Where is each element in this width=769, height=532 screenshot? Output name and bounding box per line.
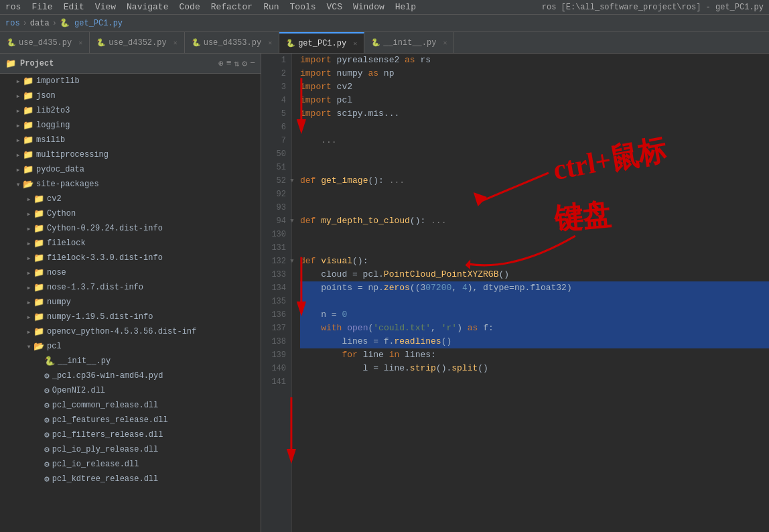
list-item[interactable]: ⚙pcl_io_release.dll: [0, 457, 261, 472]
line-number: 3: [261, 80, 286, 94]
menu-tools[interactable]: Tools: [290, 2, 316, 12]
list-item[interactable]: ▸📁opencv_python-4.5.3.56.dist-inf: [0, 324, 261, 339]
sidebar-icon-collapse[interactable]: ≡: [226, 58, 232, 69]
list-item[interactable]: ▸📁multiprocessing: [0, 147, 261, 162]
list-item[interactable]: ▸📁filelock-3.3.0.dist-info: [0, 251, 261, 265]
fold-marker[interactable]: ▾: [289, 214, 295, 228]
tab-close-3[interactable]: ✕: [353, 40, 357, 48]
list-item[interactable]: ▸📁nose: [0, 265, 261, 280]
code-line: n = 0: [300, 308, 769, 322]
tab-label-1: use_d4352.py: [109, 38, 166, 48]
line-number: 5: [261, 107, 286, 121]
fold-marker[interactable]: ▾: [289, 174, 295, 188]
list-item[interactable]: ▸📁cv2: [0, 192, 261, 206]
list-item[interactable]: ▾📂site-packages: [0, 177, 261, 192]
menu-vcs[interactable]: VCS: [327, 2, 342, 12]
folder-icon-header: 📁: [5, 58, 16, 69]
menu-code[interactable]: Code: [179, 2, 200, 12]
list-item[interactable]: ⚙pcl_kdtree_release.dll: [0, 472, 261, 486]
line-number: 1: [261, 54, 286, 67]
list-item[interactable]: ⚙pcl_io_ply_release.dll: [0, 442, 261, 457]
tabs-bar: 🐍 use_d435.py ✕ 🐍 use_d4352.py ✕ 🐍 use_d…: [0, 32, 769, 54]
code-lines[interactable]: import pyrealsense2 as rsimport numpy as…: [292, 54, 769, 532]
list-item[interactable]: ▸📁filelock: [0, 236, 261, 251]
tab-use-d4353[interactable]: 🐍 use_d4353.py ✕: [185, 32, 279, 53]
breadcrumb-ros[interactable]: ros: [5, 19, 20, 28]
line-number: 139: [261, 348, 286, 362]
line-number: 93: [261, 201, 286, 214]
line-number: 132: [261, 255, 286, 268]
menu-run[interactable]: Run: [263, 2, 279, 12]
sidebar-icon-sort[interactable]: ⇅: [234, 58, 240, 69]
tab-use-d4352[interactable]: 🐍 use_d4352.py ✕: [90, 32, 184, 53]
file-tree[interactable]: ▸📁importlib▸📁json▸📁lib2to3▸📁logging▸📁msi…: [0, 74, 261, 486]
list-item[interactable]: ▸📁numpy-1.19.5.dist-info: [0, 310, 261, 324]
tab-init[interactable]: 🐍 __init__.py ✕: [364, 32, 454, 53]
list-item[interactable]: ▸📁msilib: [0, 133, 261, 147]
sidebar-title: Project: [20, 59, 54, 68]
list-item[interactable]: ▸📁nose-1.3.7.dist-info: [0, 280, 261, 295]
list-item[interactable]: ▸📁json: [0, 88, 261, 103]
title-bar: ros File Edit View Navigate Code Refacto…: [0, 0, 769, 15]
code-line: ▾def my_depth_to_cloud(): ...: [300, 214, 769, 228]
menu-navigate[interactable]: Navigate: [127, 2, 168, 12]
list-item[interactable]: ▸📁pydoc_data: [0, 162, 261, 177]
menu-edit[interactable]: Edit: [64, 2, 84, 12]
code-line: import numpy as np: [300, 67, 769, 80]
tab-close-2[interactable]: ✕: [268, 39, 272, 47]
code-line: [300, 295, 769, 308]
fold-marker[interactable]: ▾: [289, 255, 295, 268]
list-item[interactable]: ⚙OpenNI2.dll: [0, 383, 261, 398]
line-number: 134: [261, 281, 286, 295]
tab-label-3: get_PC1.py: [298, 39, 346, 48]
menu-help[interactable]: Help: [395, 2, 416, 12]
breadcrumb-file[interactable]: 🐍 get_PC1.py: [60, 18, 123, 28]
tab-icon-2: 🐍: [192, 38, 201, 47]
tab-label-4: __init__.py: [383, 38, 436, 48]
list-item[interactable]: ▾📂pcl: [0, 339, 261, 354]
line-number: 133: [261, 268, 286, 281]
breadcrumb-data[interactable]: data: [30, 19, 50, 28]
list-item[interactable]: ▸📁Cython-0.29.24.dist-info: [0, 221, 261, 236]
list-item[interactable]: ⚙pcl_features_release.dll: [0, 413, 261, 427]
menu-refactor[interactable]: Refactor: [211, 2, 253, 12]
list-item[interactable]: ⚙pcl_common_release.dll: [0, 398, 261, 413]
menu-ros[interactable]: ros: [5, 2, 21, 12]
sidebar-icon-settings[interactable]: ⚙: [242, 58, 247, 69]
sidebar[interactable]: 📁 Project ⊕ ≡ ⇅ ⚙ − ▸📁importlib▸📁json▸📁l…: [0, 54, 261, 532]
list-item[interactable]: 🐍__init__.py: [0, 354, 261, 369]
list-item[interactable]: ▸📁logging: [0, 118, 261, 133]
tab-close-0[interactable]: ✕: [78, 39, 82, 47]
tab-icon-0: 🐍: [7, 38, 16, 47]
menu-view[interactable]: View: [95, 2, 116, 12]
code-line: [300, 375, 769, 389]
code-editor[interactable]: 1234567505152929394130131132133134135136…: [261, 54, 769, 532]
code-line: points = np.zeros((307200, 4), dtype=np.…: [300, 281, 769, 295]
list-item[interactable]: ⚙_pcl.cp36-win-amd64.pyd: [0, 369, 261, 383]
list-item[interactable]: ⚙pcl_filters_release.dll: [0, 427, 261, 442]
sidebar-icon-locate[interactable]: ⊕: [218, 58, 224, 69]
code-line: [300, 147, 769, 161]
code-line: for line in lines:: [300, 348, 769, 362]
tab-use-d435[interactable]: 🐍 use_d435.py ✕: [0, 32, 90, 53]
menu-window[interactable]: Window: [353, 2, 384, 12]
list-item[interactable]: ▸📁lib2to3: [0, 103, 261, 118]
code-line: [300, 188, 769, 201]
list-item[interactable]: ▸📁Cython: [0, 206, 261, 221]
tab-icon-1: 🐍: [96, 38, 106, 47]
line-number: 136: [261, 308, 286, 322]
tab-get-pc1[interactable]: 🐍 get_PC1.py ✕: [279, 32, 364, 53]
sidebar-icon-close[interactable]: −: [250, 58, 255, 69]
list-item[interactable]: ▸📁numpy: [0, 295, 261, 310]
line-number: 92: [261, 188, 286, 201]
line-number: 135: [261, 295, 286, 308]
line-number: 140: [261, 362, 286, 375]
code-line: import pcl: [300, 94, 769, 107]
code-line: ...: [300, 134, 769, 147]
tab-label-2: use_d4353.py: [204, 38, 261, 48]
tab-close-4[interactable]: ✕: [443, 39, 447, 47]
list-item[interactable]: ▸📁importlib: [0, 74, 261, 88]
menu-file[interactable]: File: [31, 2, 52, 12]
tab-close-1[interactable]: ✕: [173, 39, 178, 47]
line-number: 6: [261, 121, 286, 134]
